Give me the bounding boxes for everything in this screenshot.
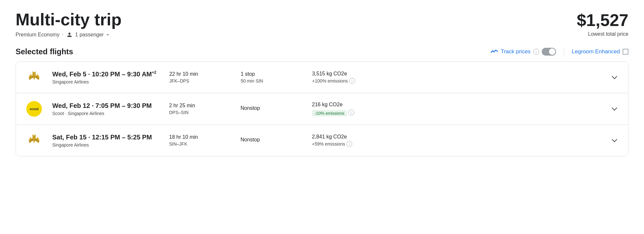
flight-time-range: Wed, Feb 12 · 7:05 PM – 9:30 PM — [52, 102, 156, 110]
airline-logo: scoot — [25, 101, 43, 117]
flight-times: Wed, Feb 5 · 10:20 PM – 9:30 AM+2 Singap… — [52, 70, 156, 84]
flight-stops: Nonstop — [241, 137, 299, 144]
flight-stops: Nonstop — [241, 105, 299, 112]
co2-value: 216 kg CO2e — [312, 102, 610, 108]
duration-value: 22 hr 10 min — [169, 71, 228, 77]
route-value: SIN–JFK — [169, 141, 228, 147]
emissions-row: +100% emissions i — [312, 78, 610, 84]
toggle-knob — [549, 48, 555, 55]
legroom-enhanced-control[interactable]: Legroom Enhanced — [572, 48, 628, 55]
airline-logo — [25, 70, 43, 85]
legroom-checkbox[interactable] — [623, 49, 628, 55]
page-header: Multi-city trip Premium Economy · 1 pass… — [16, 10, 628, 38]
expand-flight-button[interactable] — [610, 103, 619, 115]
flight-time-range: Sat, Feb 15 · 12:15 PM – 5:25 PM — [52, 134, 156, 141]
emissions-row: +59% emissions i — [312, 141, 610, 147]
track-prices-control[interactable]: Track prices i — [490, 48, 556, 56]
flight-row: Sat, Feb 15 · 12:15 PM – 5:25 PM Singapo… — [16, 125, 628, 156]
svg-point-3 — [33, 139, 35, 143]
price-label: Lowest total price — [577, 31, 628, 37]
section-title: Selected flights — [16, 47, 73, 56]
passenger-icon — [66, 32, 73, 38]
airline-logo — [25, 133, 43, 148]
airline-name: Singapore Airlines — [52, 142, 156, 148]
passenger-selector[interactable]: 1 passenger — [75, 32, 110, 38]
flights-container: Wed, Feb 5 · 10:20 PM – 9:30 AM+2 Singap… — [16, 61, 628, 156]
emissions-badge: -10% emissions — [312, 110, 347, 116]
cabin-class: Premium Economy — [16, 32, 59, 38]
stops-value: 1 stop — [241, 71, 299, 77]
track-prices-info-icon[interactable]: i — [533, 49, 539, 55]
stops-value: Nonstop — [241, 137, 299, 143]
track-prices-toggle[interactable] — [542, 48, 556, 56]
stop-detail: 50 min SIN — [241, 78, 299, 84]
separator-dot: · — [62, 32, 63, 38]
header-left: Multi-city trip Premium Economy · 1 pass… — [16, 10, 121, 38]
flight-emissions: 216 kg CO2e -10% emissions i — [312, 102, 610, 116]
page-title: Multi-city trip — [16, 10, 121, 29]
svg-point-1 — [33, 76, 35, 80]
flight-duration: 22 hr 10 min JFK–DPS — [169, 71, 228, 84]
flight-times: Wed, Feb 12 · 7:05 PM – 9:30 PM Scoot · … — [52, 102, 156, 116]
chevron-down-icon — [612, 105, 617, 110]
flight-row: Wed, Feb 5 · 10:20 PM – 9:30 AM+2 Singap… — [16, 62, 628, 93]
chevron-down-icon — [105, 32, 110, 37]
co2-value: 3,515 kg CO2e — [312, 71, 610, 77]
flight-emissions: 2,841 kg CO2e +59% emissions i — [312, 134, 610, 147]
legroom-label: Legroom Enhanced — [572, 48, 620, 55]
expand-flight-button[interactable] — [610, 134, 619, 147]
subtitle: Premium Economy · 1 passenger — [16, 32, 121, 38]
flight-duration: 2 hr 25 min DPS–SIN — [169, 103, 228, 115]
emissions-info-icon[interactable]: i — [348, 110, 354, 115]
stops-value: Nonstop — [241, 105, 299, 111]
route-value: DPS–SIN — [169, 110, 228, 115]
flight-times: Sat, Feb 15 · 12:15 PM – 5:25 PM Singapo… — [52, 134, 156, 148]
emissions-info-icon[interactable]: i — [349, 78, 355, 84]
scoot-logo: scoot — [26, 101, 42, 117]
duration-value: 2 hr 25 min — [169, 103, 228, 109]
flight-duration: 18 hr 10 min SIN–JFK — [169, 134, 228, 147]
airline-name: Singapore Airlines — [52, 79, 156, 84]
track-prices-icon — [490, 48, 498, 56]
emissions-row: -10% emissions i — [312, 109, 610, 116]
section-header: Selected flights Track prices i Legroom … — [16, 47, 628, 56]
expand-flight-button[interactable] — [610, 71, 619, 84]
header-right: $1,527 Lowest total price — [577, 10, 628, 37]
vertical-divider — [564, 47, 564, 56]
duration-value: 18 hr 10 min — [169, 134, 228, 140]
chevron-down-icon — [612, 136, 617, 142]
emissions-text: +59% emissions — [312, 141, 345, 147]
route-value: JFK–DPS — [169, 78, 228, 84]
singapore-airlines-logo — [26, 70, 42, 85]
singapore-airlines-logo — [26, 133, 42, 148]
flight-emissions: 3,515 kg CO2e +100% emissions i — [312, 71, 610, 84]
co2-value: 2,841 kg CO2e — [312, 134, 610, 140]
section-controls: Track prices i Legroom Enhanced — [490, 47, 628, 56]
flight-time-range: Wed, Feb 5 · 10:20 PM – 9:30 AM+2 — [52, 70, 156, 78]
airline-name: Scoot · Singapore Airlines — [52, 111, 156, 116]
emissions-info-icon[interactable]: i — [346, 141, 352, 147]
flight-row: scoot Wed, Feb 12 · 7:05 PM – 9:30 PM Sc… — [16, 93, 628, 125]
track-prices-label: Track prices — [501, 48, 531, 55]
emissions-text: +100% emissions — [312, 78, 348, 84]
flight-stops: 1 stop 50 min SIN — [241, 71, 299, 84]
chevron-down-icon — [612, 73, 617, 79]
passenger-count: 1 passenger — [75, 32, 104, 38]
total-price: $1,527 — [577, 10, 628, 30]
